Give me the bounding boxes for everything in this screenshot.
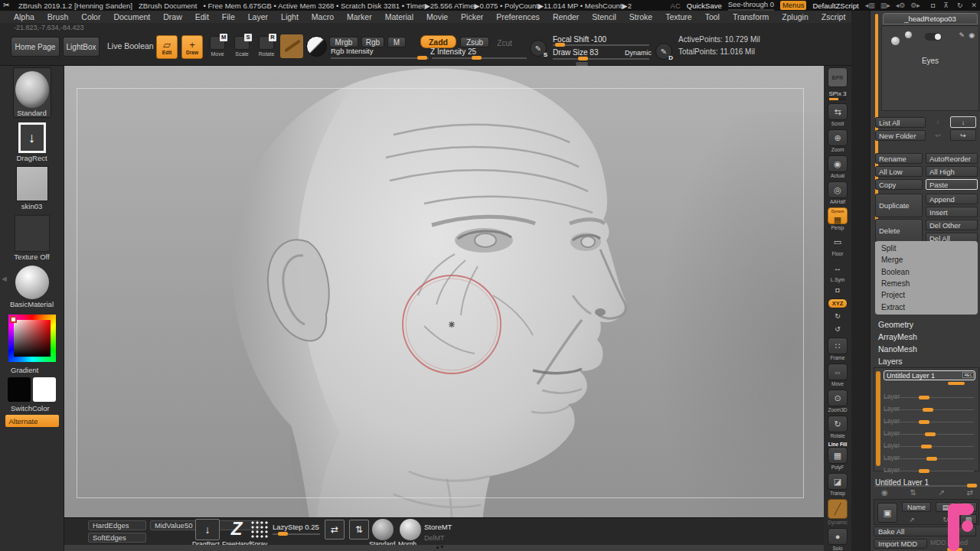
- layer-grid-icon[interactable]: ▣: [877, 503, 897, 523]
- subtool-thumb2-icon[interactable]: [905, 31, 912, 38]
- current-brush-thumbnail[interactable]: Standard: [13, 67, 51, 118]
- shelf-left-icon[interactable]: ◂▥: [865, 2, 875, 9]
- secondary-color-swatch[interactable]: [33, 377, 56, 402]
- auto-reorder-button[interactable]: AutoReorder: [926, 153, 978, 164]
- z-intensity-slider-label[interactable]: Z Intensity 25: [430, 47, 476, 56]
- menu-item[interactable]: File: [222, 12, 235, 21]
- gradient-toggle[interactable]: Gradient: [0, 366, 64, 374]
- draw-size-icon[interactable]: ✎D: [655, 43, 672, 60]
- menu-item[interactable]: Document: [113, 12, 150, 21]
- actual-button[interactable]: ◉ Actual: [828, 155, 848, 178]
- lsym-button[interactable]: ↔ L.Sym: [828, 259, 848, 282]
- move-button[interactable]: M Move: [207, 36, 227, 57]
- draw-size-handle[interactable]: [578, 57, 588, 60]
- move-out-button[interactable]: ↩: [930, 129, 946, 141]
- menu-item[interactable]: Material: [385, 12, 413, 21]
- menu-item[interactable]: Edit: [195, 12, 209, 21]
- alpha-thumbnail[interactable]: skin03: [0, 166, 64, 210]
- selected-layer-row[interactable]: Untitled Layer 1 REC: [884, 370, 975, 380]
- lazy-step-slider[interactable]: LazyStep 0.25: [273, 523, 319, 531]
- layer-slider-handle[interactable]: [919, 396, 929, 399]
- tool-section-row[interactable]: Extract: [881, 303, 972, 311]
- rgb-intensity-handle[interactable]: [417, 56, 427, 60]
- layer-slider-handle[interactable]: [919, 420, 929, 424]
- main-color-swatch[interactable]: [8, 377, 31, 402]
- shelf-right-icon[interactable]: ▥▸: [880, 2, 890, 9]
- transp-button[interactable]: ◪ Transp: [828, 473, 848, 496]
- sculptris-pro-button[interactable]: [280, 34, 303, 58]
- see-through-slider[interactable]: See-through 0: [728, 0, 774, 11]
- all-high-button[interactable]: All High: [926, 166, 978, 177]
- del-mt-button[interactable]: DelMT: [424, 534, 445, 542]
- layers-scrollbar[interactable]: [876, 371, 880, 466]
- z-intensity-track[interactable]: [432, 57, 527, 59]
- menu-item[interactable]: Texture: [665, 12, 691, 21]
- layer-row[interactable]: Layer: [884, 425, 977, 437]
- menu-item[interactable]: Zplugin: [782, 12, 808, 21]
- lightbox-button[interactable]: LightBox: [63, 37, 100, 57]
- all-low-button[interactable]: All Low: [875, 166, 923, 177]
- z-intensity-handle[interactable]: [472, 56, 482, 60]
- palette-section-label[interactable]: ArrayMesh: [878, 332, 917, 341]
- tool-section-row[interactable]: Remesh: [881, 279, 972, 288]
- layer-slider-handle[interactable]: [923, 408, 933, 412]
- spix-slider[interactable]: SPix 3: [828, 90, 846, 100]
- solo-button[interactable]: ● Solo: [828, 528, 848, 551]
- layer-arrow-icon[interactable]: ↗: [902, 514, 922, 524]
- scale-button[interactable]: S Scale: [232, 36, 252, 57]
- menu-item[interactable]: Alpha: [14, 12, 34, 21]
- menus-button[interactable]: Menus: [780, 1, 807, 10]
- aahalf-button[interactable]: ◎ AAHalf: [828, 181, 848, 204]
- insert-button[interactable]: Insert: [926, 207, 978, 217]
- spin-right-button[interactable]: ↻: [828, 311, 848, 321]
- close-icon[interactable]: ✕: [971, 2, 977, 9]
- duplicate-button[interactable]: Duplicate: [875, 194, 923, 217]
- switch-color-button[interactable]: SwitchColor: [0, 404, 64, 412]
- soft-edges-button[interactable]: SoftEdges: [88, 533, 146, 543]
- subtool-name[interactable]: Eyes: [882, 57, 978, 65]
- new-folder-button[interactable]: New Folder: [875, 130, 926, 141]
- layer-intensity-handle[interactable]: [967, 484, 977, 487]
- menu-item[interactable]: Marker: [347, 12, 372, 21]
- default-zscript-button[interactable]: DefaultZScript: [812, 2, 858, 10]
- subtool-list[interactable]: ✎ ◉ Eyes: [881, 25, 979, 111]
- zoom3d-button[interactable]: ⊙ Zoom3D: [828, 390, 848, 412]
- menu-item[interactable]: Tool: [705, 12, 720, 21]
- layer-row[interactable]: Layer: [884, 449, 977, 461]
- stroke-type-thumbnail[interactable]: ↓ DragRect: [0, 122, 64, 162]
- polyf-button[interactable]: Line Fill ▦ PolyF: [828, 442, 848, 470]
- rgb-intensity-slider-label[interactable]: Rgb Intensity: [331, 47, 373, 55]
- layer-tool-icon[interactable]: ◉: [881, 488, 888, 497]
- menu-item[interactable]: Preferences: [496, 12, 540, 21]
- palette-left-icon[interactable]: ◂⚙: [896, 2, 906, 9]
- quicksave-button[interactable]: QuickSave: [687, 2, 722, 10]
- lock-icon[interactable]: ◘: [931, 2, 935, 9]
- standard-morph-sphere[interactable]: [372, 519, 394, 540]
- draw-size-slider-label[interactable]: Draw Size 83: [553, 48, 598, 57]
- dynamic-toggle[interactable]: Dynamic: [625, 49, 652, 57]
- layer-row[interactable]: Layer: [884, 412, 977, 425]
- dock-icon[interactable]: ⊼: [943, 2, 949, 9]
- import-mdd-button[interactable]: Import MDD: [874, 539, 927, 549]
- tool-section-row[interactable]: Merge: [881, 256, 972, 264]
- scroll-button[interactable]: ⇆ Scroll: [828, 103, 848, 126]
- dynamic-button[interactable]: ╱ Dynamic: [828, 499, 848, 525]
- frame-button[interactable]: ∷ Frame: [828, 337, 848, 360]
- color-picker[interactable]: [8, 315, 56, 362]
- layer-name-button[interactable]: Name: [902, 502, 931, 512]
- copy-button[interactable]: Copy: [875, 179, 923, 190]
- saturation-square[interactable]: [14, 320, 51, 357]
- menu-item[interactable]: Draw: [163, 12, 182, 21]
- layer-slider-handle[interactable]: [919, 469, 929, 473]
- menu-item[interactable]: Render: [553, 12, 579, 21]
- spray-stroke-button[interactable]: [250, 520, 269, 539]
- draw-size-track[interactable]: [553, 58, 649, 60]
- texture-thumbnail[interactable]: Texture Off: [0, 215, 64, 261]
- cycle-icon[interactable]: ↻: [957, 2, 963, 9]
- freehand-stroke-button[interactable]: Z: [225, 518, 248, 540]
- rgb-button[interactable]: Rgb: [361, 37, 384, 47]
- lazy-step-track[interactable]: [273, 533, 320, 535]
- dragrect-stroke-button[interactable]: ↓: [195, 519, 220, 540]
- menu-item[interactable]: Macro: [312, 12, 334, 21]
- flip-v-button[interactable]: ⇅: [349, 520, 369, 540]
